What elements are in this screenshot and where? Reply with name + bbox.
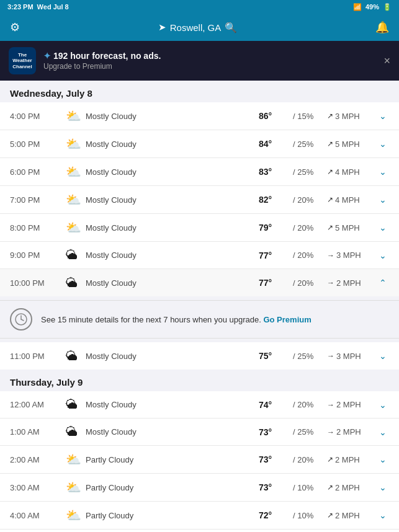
table-row[interactable]: 1:00 AM 🌥 Mostly Cloudy 73° / 25% → 2 MP… xyxy=(0,419,399,446)
time-label: 12:00 AM xyxy=(10,400,66,409)
condition-label: Mostly Cloudy xyxy=(86,195,259,205)
expand-chevron-icon[interactable]: ⌄ xyxy=(377,510,389,520)
collapse-chevron-icon[interactable]: ⌃ xyxy=(377,278,389,288)
table-row[interactable]: 12:00 AM 🌥 Mostly Cloudy 74° / 20% → 2 M… xyxy=(0,391,399,419)
weather-icon: 🌥 xyxy=(66,349,86,363)
time-label: 4:00 PM xyxy=(10,112,66,121)
search-icon[interactable]: 🔍 xyxy=(225,22,237,33)
wind-speed: → 2 MPH xyxy=(327,400,377,409)
expand-chevron-icon[interactable]: ⌄ xyxy=(377,223,389,233)
temperature: 77° xyxy=(259,278,293,288)
table-row[interactable]: 10:00 PM 🌥 Mostly Cloudy 77° / 20% → 2 M… xyxy=(0,269,399,296)
condition-label: Mostly Cloudy xyxy=(86,167,259,177)
section-header-thu: Thursday, July 9 xyxy=(0,370,399,391)
temperature: 74° xyxy=(259,400,293,410)
status-bar: 3:23 PM Wed Jul 8 📶 49% 🔋 xyxy=(0,0,399,14)
expand-chevron-icon[interactable]: ⌄ xyxy=(377,351,389,361)
table-row[interactable]: 11:00 PM 🌥 Mostly Cloudy 75° / 25% → 3 M… xyxy=(0,342,399,370)
precipitation: / 10% xyxy=(293,483,327,492)
condition-label: Mostly Cloudy xyxy=(86,400,259,409)
settings-icon[interactable]: ⚙ xyxy=(10,20,20,34)
wind-speed: ↗ 5 MPH xyxy=(327,140,377,149)
temperature: 73° xyxy=(259,427,293,437)
temperature: 73° xyxy=(259,454,293,464)
wind-arrow-icon: ↗ xyxy=(327,483,333,492)
condition-label: Partly Cloudy xyxy=(86,483,259,492)
expand-chevron-icon[interactable]: ⌄ xyxy=(377,195,389,205)
wind-speed: ↗ 4 MPH xyxy=(327,167,377,177)
condition-label: Mostly Cloudy xyxy=(86,352,259,361)
promo-title-text: 192 hour forecast, no ads. xyxy=(53,51,161,61)
table-row[interactable]: 3:00 AM ⛅ Partly Cloudy 73° / 10% ↗ 2 MP… xyxy=(0,474,399,502)
wind-speed: → 3 MPH xyxy=(327,352,377,361)
wind-arrow-icon: → xyxy=(327,428,334,437)
wind-speed: ↗ 2 MPH xyxy=(327,455,377,464)
time-label: 1:00 AM xyxy=(10,427,66,437)
expand-chevron-icon[interactable]: ⌄ xyxy=(377,482,389,492)
expand-chevron-icon[interactable]: ⌄ xyxy=(377,454,389,464)
upgrade-banner[interactable]: See 15 minute details for the next 7 hou… xyxy=(0,300,399,339)
table-row[interactable]: 4:00 PM ⛅ Mostly Cloudy 86° / 15% ↗ 3 MP… xyxy=(0,102,399,130)
temperature: 73° xyxy=(259,482,293,492)
weather-icon: ⛅ xyxy=(66,109,86,123)
weather-icon: ⛅ xyxy=(66,508,86,523)
promo-star-icon: ✦ xyxy=(43,51,51,61)
weather-icon: 🌥 xyxy=(66,276,86,290)
promo-subtitle: Upgrade to Premium xyxy=(43,62,161,71)
condition-label: Mostly Cloudy xyxy=(86,140,259,149)
expand-chevron-icon[interactable]: ⌄ xyxy=(377,139,389,149)
table-row[interactable]: 6:00 PM ⛅ Mostly Cloudy 83° / 25% ↗ 4 MP… xyxy=(0,158,399,186)
weather-icon: 🌥 xyxy=(66,248,86,262)
time-label: 5:00 PM xyxy=(10,140,66,149)
table-row[interactable]: 2:00 AM ⛅ Partly Cloudy 73° / 20% ↗ 2 MP… xyxy=(0,446,399,474)
bell-icon[interactable]: 🔔 xyxy=(375,20,389,34)
temperature: 75° xyxy=(259,351,293,361)
precipitation: / 20% xyxy=(293,455,327,464)
nav-bar: ⚙ ➤ Roswell, GA 🔍 🔔 xyxy=(0,14,399,41)
condition-label: Mostly Cloudy xyxy=(86,250,259,260)
battery-icon: 🔋 xyxy=(383,3,392,11)
precipitation: / 25% xyxy=(293,427,327,437)
table-row[interactable]: 4:00 AM ⛅ Partly Cloudy 72° / 10% ↗ 2 MP… xyxy=(0,502,399,530)
location-text[interactable]: Roswell, GA xyxy=(170,22,222,33)
promo-text: ✦ 192 hour forecast, no ads. Upgrade to … xyxy=(43,51,161,71)
condition-label: Partly Cloudy xyxy=(86,455,259,464)
table-row[interactable]: 5:00 AM ⛅ Partly Cloudy 72° / 25% ↗ 2 MP… xyxy=(0,530,399,532)
temperature: 86° xyxy=(259,111,293,121)
time-label: 8:00 PM xyxy=(10,223,66,233)
wind-arrow-icon: → xyxy=(327,251,334,260)
weather-icon: ⛅ xyxy=(66,164,86,179)
table-row[interactable]: 9:00 PM 🌥 Mostly Cloudy 77° / 20% → 3 MP… xyxy=(0,242,399,269)
expand-chevron-icon[interactable]: ⌄ xyxy=(377,400,389,410)
wind-arrow-icon: ↗ xyxy=(327,455,333,464)
weather-icon: 🌥 xyxy=(66,397,86,412)
temperature: 72° xyxy=(259,510,293,520)
status-time: 3:23 PM xyxy=(7,3,34,11)
go-premium-link[interactable]: Go Premium xyxy=(263,315,311,324)
wind-arrow-icon: ↗ xyxy=(327,195,333,204)
precipitation: / 20% xyxy=(293,195,327,205)
temperature: 79° xyxy=(259,223,293,233)
precipitation: / 20% xyxy=(293,250,327,260)
wind-speed: ↗ 3 MPH xyxy=(327,112,377,121)
table-row[interactable]: 5:00 PM ⛅ Mostly Cloudy 84° / 25% ↗ 5 MP… xyxy=(0,130,399,158)
promo-banner[interactable]: The Weather Channel ✦ 192 hour forecast,… xyxy=(0,41,399,81)
table-row[interactable]: 8:00 PM ⛅ Mostly Cloudy 79° / 20% ↗ 5 MP… xyxy=(0,214,399,242)
temperature: 83° xyxy=(259,167,293,177)
weather-icon: ⛅ xyxy=(66,452,86,467)
expand-chevron-icon[interactable]: ⌄ xyxy=(377,167,389,177)
precipitation: / 25% xyxy=(293,352,327,361)
time-label: 3:00 AM xyxy=(10,483,66,492)
location-arrow-icon: ➤ xyxy=(158,22,166,33)
precipitation: / 20% xyxy=(293,223,327,233)
expand-chevron-icon[interactable]: ⌄ xyxy=(377,250,389,260)
expand-chevron-icon[interactable]: ⌄ xyxy=(377,111,389,121)
wifi-icon: 📶 xyxy=(353,3,362,11)
condition-label: Mostly Cloudy xyxy=(86,427,259,437)
table-row[interactable]: 7:00 PM ⛅ Mostly Cloudy 82° / 20% ↗ 4 MP… xyxy=(0,186,399,214)
wednesday-cont-forecast: 11:00 PM 🌥 Mostly Cloudy 75° / 25% → 3 M… xyxy=(0,342,399,370)
precipitation: / 15% xyxy=(293,112,327,121)
promo-close-button[interactable]: × xyxy=(383,55,390,68)
wind-arrow-icon: ↗ xyxy=(327,223,333,232)
expand-chevron-icon[interactable]: ⌄ xyxy=(377,427,389,437)
